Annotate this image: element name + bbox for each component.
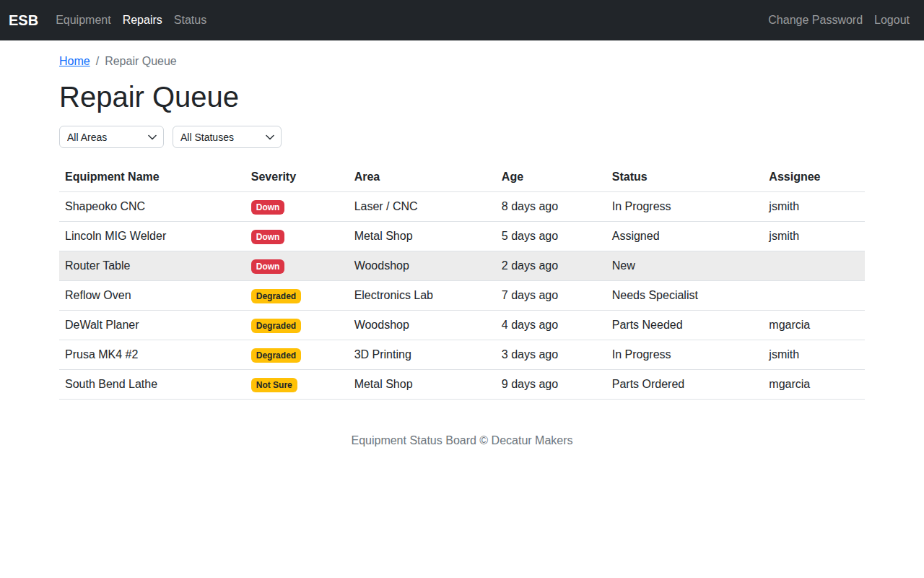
main-nav: Equipment Repairs Status: [50, 8, 212, 33]
nav-item-equipment[interactable]: Equipment: [50, 8, 117, 33]
cell-status: In Progress: [606, 340, 764, 370]
cell-area: Electronics Lab: [349, 281, 496, 311]
table-row[interactable]: Shapeoko CNC Down Laser / CNC 8 days ago…: [59, 192, 865, 222]
cell-age: 7 days ago: [496, 281, 606, 311]
table-row[interactable]: Reflow Oven Degraded Electronics Lab 7 d…: [59, 281, 865, 311]
header-assignee: Assignee: [763, 163, 865, 192]
cell-equipment-name: Router Table: [59, 251, 245, 281]
cell-assignee: mgarcia: [763, 370, 865, 400]
brand-link[interactable]: ESB: [9, 9, 38, 32]
cell-severity: Down: [245, 251, 349, 281]
cell-equipment-name: South Bend Lathe: [59, 370, 245, 400]
main-container: Home / Repair Queue Repair Queue All Are…: [51, 40, 873, 465]
footer-text: Equipment Status Board © Decatur Makers: [59, 434, 865, 465]
cell-equipment-name: Shapeoko CNC: [59, 192, 245, 222]
cell-area: Woodshop: [349, 251, 496, 281]
table-header-row: Equipment Name Severity Area Age Status …: [59, 163, 865, 192]
nav-item-status[interactable]: Status: [168, 8, 212, 33]
nav-item-logout[interactable]: Logout: [868, 8, 915, 33]
cell-equipment-name: Reflow Oven: [59, 281, 245, 311]
breadcrumb-current: Repair Queue: [105, 55, 177, 68]
cell-equipment-name: Lincoln MIG Welder: [59, 222, 245, 251]
nav-item-repairs[interactable]: Repairs: [117, 8, 168, 33]
header-area: Area: [349, 163, 496, 192]
table-row[interactable]: Prusa MK4 #2 Degraded 3D Printing 3 days…: [59, 340, 865, 370]
cell-severity: Down: [245, 192, 349, 222]
severity-badge: Down: [251, 259, 285, 274]
top-navbar: ESB Equipment Repairs Status Change Pass…: [0, 0, 924, 40]
filter-bar: All Areas All Statuses: [59, 126, 865, 148]
cell-age: 5 days ago: [496, 222, 606, 251]
cell-assignee: mgarcia: [763, 311, 865, 340]
cell-severity: Degraded: [245, 281, 349, 311]
header-status: Status: [606, 163, 764, 192]
cell-status: New: [606, 251, 764, 281]
header-age: Age: [496, 163, 606, 192]
table-row[interactable]: DeWalt Planer Degraded Woodshop 4 days a…: [59, 311, 865, 340]
cell-area: Metal Shop: [349, 370, 496, 400]
cell-age: 9 days ago: [496, 370, 606, 400]
area-filter-select[interactable]: All Areas: [59, 126, 164, 148]
nav-item-change-password[interactable]: Change Password: [762, 8, 868, 33]
page-title: Repair Queue: [59, 79, 865, 114]
cell-assignee: jsmith: [763, 340, 865, 370]
severity-badge: Degraded: [251, 289, 301, 303]
cell-status: Parts Ordered: [606, 370, 764, 400]
cell-status: Parts Needed: [606, 311, 764, 340]
header-severity: Severity: [245, 163, 349, 192]
table-row[interactable]: Router Table Down Woodshop 2 days ago Ne…: [59, 251, 865, 281]
account-nav: Change Password Logout: [762, 8, 915, 33]
severity-badge: Degraded: [251, 319, 301, 333]
cell-area: Metal Shop: [349, 222, 496, 251]
cell-assignee: [763, 251, 865, 281]
cell-area: Laser / CNC: [349, 192, 496, 222]
repair-table-body: Shapeoko CNC Down Laser / CNC 8 days ago…: [59, 192, 865, 400]
cell-status: Needs Specialist: [606, 281, 764, 311]
table-row[interactable]: South Bend Lathe Not Sure Metal Shop 9 d…: [59, 370, 865, 400]
cell-area: 3D Printing: [349, 340, 496, 370]
cell-area: Woodshop: [349, 311, 496, 340]
cell-age: 2 days ago: [496, 251, 606, 281]
status-filter-wrap: All Statuses: [173, 126, 282, 148]
header-equipment-name: Equipment Name: [59, 163, 245, 192]
breadcrumb: Home / Repair Queue: [59, 55, 865, 68]
severity-badge: Down: [251, 200, 285, 215]
cell-age: 8 days ago: [496, 192, 606, 222]
severity-badge: Not Sure: [251, 378, 297, 392]
status-filter-select[interactable]: All Statuses: [173, 126, 282, 148]
breadcrumb-home-link[interactable]: Home: [59, 55, 90, 68]
breadcrumb-separator: /: [96, 55, 99, 68]
table-row[interactable]: Lincoln MIG Welder Down Metal Shop 5 day…: [59, 222, 865, 251]
cell-assignee: jsmith: [763, 222, 865, 251]
cell-severity: Down: [245, 222, 349, 251]
cell-severity: Not Sure: [245, 370, 349, 400]
cell-age: 3 days ago: [496, 340, 606, 370]
cell-assignee: jsmith: [763, 192, 865, 222]
area-filter-wrap: All Areas: [59, 126, 164, 148]
cell-severity: Degraded: [245, 340, 349, 370]
severity-badge: Degraded: [251, 348, 301, 363]
cell-severity: Degraded: [245, 311, 349, 340]
cell-age: 4 days ago: [496, 311, 606, 340]
severity-badge: Down: [251, 230, 285, 244]
cell-equipment-name: Prusa MK4 #2: [59, 340, 245, 370]
cell-assignee: [763, 281, 865, 311]
repair-queue-table: Equipment Name Severity Area Age Status …: [59, 163, 865, 400]
cell-status: In Progress: [606, 192, 764, 222]
cell-equipment-name: DeWalt Planer: [59, 311, 245, 340]
cell-status: Assigned: [606, 222, 764, 251]
